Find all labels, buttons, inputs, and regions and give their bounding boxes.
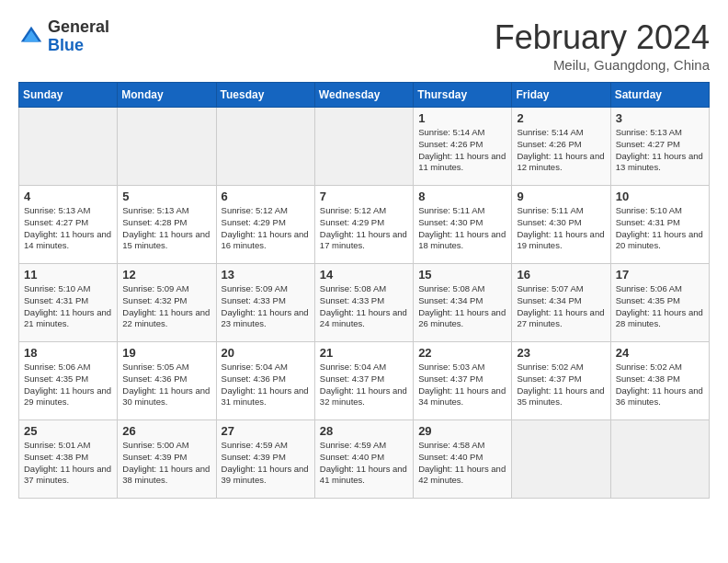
day-cell: 22Sunrise: 5:03 AM Sunset: 4:37 PM Dayli… <box>414 342 512 420</box>
day-number: 7 <box>320 190 408 203</box>
day-info: Sunrise: 5:11 AM Sunset: 4:30 PM Dayligh… <box>418 205 506 252</box>
day-number: 19 <box>122 346 210 360</box>
month-title: February 2024 <box>495 18 710 57</box>
day-info: Sunrise: 5:12 AM Sunset: 4:29 PM Dayligh… <box>320 205 408 252</box>
header-cell-friday: Friday <box>512 83 610 108</box>
day-number: 6 <box>222 190 310 203</box>
day-cell: 9Sunrise: 5:11 AM Sunset: 4:30 PM Daylig… <box>512 186 610 264</box>
day-cell <box>512 420 610 499</box>
day-cell: 2Sunrise: 5:14 AM Sunset: 4:26 PM Daylig… <box>512 108 610 186</box>
day-number: 16 <box>517 268 605 282</box>
day-cell: 14Sunrise: 5:08 AM Sunset: 4:33 PM Dayli… <box>314 264 413 342</box>
day-number: 29 <box>418 424 506 438</box>
page-header: General Blue February 2024 Meilu, Guangd… <box>18 18 710 73</box>
day-number: 10 <box>616 190 704 203</box>
day-number: 2 <box>517 111 605 125</box>
day-info: Sunrise: 5:03 AM Sunset: 4:37 PM Dayligh… <box>418 362 506 408</box>
day-cell <box>118 108 216 186</box>
day-info: Sunrise: 5:00 AM Sunset: 4:39 PM Dayligh… <box>122 440 210 487</box>
title-section: February 2024 Meilu, Guangdong, China <box>495 18 710 73</box>
week-row-1: 1Sunrise: 5:14 AM Sunset: 4:26 PM Daylig… <box>19 108 710 186</box>
header-cell-tuesday: Tuesday <box>216 83 314 108</box>
day-cell: 29Sunrise: 4:58 AM Sunset: 4:40 PM Dayli… <box>414 420 512 499</box>
day-cell: 19Sunrise: 5:05 AM Sunset: 4:36 PM Dayli… <box>118 342 216 420</box>
logo: General Blue <box>18 18 109 55</box>
day-info: Sunrise: 5:13 AM Sunset: 4:27 PM Dayligh… <box>24 205 112 252</box>
day-number: 23 <box>517 346 605 360</box>
day-info: Sunrise: 5:12 AM Sunset: 4:29 PM Dayligh… <box>222 205 310 252</box>
day-cell: 16Sunrise: 5:07 AM Sunset: 4:34 PM Dayli… <box>512 264 610 342</box>
day-cell: 18Sunrise: 5:06 AM Sunset: 4:35 PM Dayli… <box>19 342 118 420</box>
day-cell: 3Sunrise: 5:13 AM Sunset: 4:27 PM Daylig… <box>610 108 709 186</box>
day-number: 27 <box>222 424 310 438</box>
day-number: 18 <box>24 346 112 360</box>
header-cell-monday: Monday <box>118 83 216 108</box>
week-row-3: 11Sunrise: 5:10 AM Sunset: 4:31 PM Dayli… <box>19 264 710 342</box>
day-cell: 11Sunrise: 5:10 AM Sunset: 4:31 PM Dayli… <box>19 264 118 342</box>
day-number: 11 <box>24 268 112 282</box>
header-cell-sunday: Sunday <box>19 83 118 108</box>
logo-blue-text: Blue <box>48 37 109 55</box>
day-number: 26 <box>122 424 210 438</box>
day-info: Sunrise: 5:04 AM Sunset: 4:36 PM Dayligh… <box>222 362 310 408</box>
day-cell <box>216 108 314 186</box>
logo-icon <box>18 24 44 50</box>
day-info: Sunrise: 5:13 AM Sunset: 4:27 PM Dayligh… <box>616 127 704 174</box>
header-cell-saturday: Saturday <box>610 83 709 108</box>
day-number: 4 <box>24 190 112 203</box>
day-cell: 23Sunrise: 5:02 AM Sunset: 4:37 PM Dayli… <box>512 342 610 420</box>
header-cell-thursday: Thursday <box>414 83 512 108</box>
day-cell: 24Sunrise: 5:02 AM Sunset: 4:38 PM Dayli… <box>610 342 709 420</box>
day-info: Sunrise: 5:10 AM Sunset: 4:31 PM Dayligh… <box>24 283 112 330</box>
day-info: Sunrise: 4:59 AM Sunset: 4:40 PM Dayligh… <box>320 440 408 487</box>
day-cell: 7Sunrise: 5:12 AM Sunset: 4:29 PM Daylig… <box>314 186 413 264</box>
day-cell <box>610 420 709 499</box>
day-info: Sunrise: 5:02 AM Sunset: 4:37 PM Dayligh… <box>517 362 605 408</box>
day-number: 1 <box>418 111 506 125</box>
calendar-table: SundayMondayTuesdayWednesdayThursdayFrid… <box>18 82 710 499</box>
day-cell: 17Sunrise: 5:06 AM Sunset: 4:35 PM Dayli… <box>610 264 709 342</box>
day-number: 24 <box>616 346 704 360</box>
day-info: Sunrise: 5:11 AM Sunset: 4:30 PM Dayligh… <box>517 205 605 252</box>
week-row-5: 25Sunrise: 5:01 AM Sunset: 4:38 PM Dayli… <box>19 420 710 499</box>
day-info: Sunrise: 5:08 AM Sunset: 4:33 PM Dayligh… <box>320 283 408 330</box>
day-number: 20 <box>222 346 310 360</box>
day-cell: 21Sunrise: 5:04 AM Sunset: 4:37 PM Dayli… <box>314 342 413 420</box>
day-number: 5 <box>122 190 210 203</box>
day-info: Sunrise: 5:01 AM Sunset: 4:38 PM Dayligh… <box>24 440 112 487</box>
day-info: Sunrise: 5:10 AM Sunset: 4:31 PM Dayligh… <box>616 205 704 252</box>
day-cell: 13Sunrise: 5:09 AM Sunset: 4:33 PM Dayli… <box>216 264 314 342</box>
day-info: Sunrise: 5:04 AM Sunset: 4:37 PM Dayligh… <box>320 362 408 408</box>
header-row: SundayMondayTuesdayWednesdayThursdayFrid… <box>19 83 710 108</box>
day-cell <box>19 108 118 186</box>
day-info: Sunrise: 5:05 AM Sunset: 4:36 PM Dayligh… <box>122 362 210 408</box>
day-info: Sunrise: 5:06 AM Sunset: 4:35 PM Dayligh… <box>24 362 112 408</box>
day-cell: 10Sunrise: 5:10 AM Sunset: 4:31 PM Dayli… <box>610 186 709 264</box>
day-cell: 8Sunrise: 5:11 AM Sunset: 4:30 PM Daylig… <box>414 186 512 264</box>
day-info: Sunrise: 5:14 AM Sunset: 4:26 PM Dayligh… <box>517 127 605 174</box>
day-number: 22 <box>418 346 506 360</box>
day-info: Sunrise: 4:59 AM Sunset: 4:39 PM Dayligh… <box>222 440 310 487</box>
day-info: Sunrise: 5:09 AM Sunset: 4:33 PM Dayligh… <box>222 283 310 330</box>
day-cell: 25Sunrise: 5:01 AM Sunset: 4:38 PM Dayli… <box>19 420 118 499</box>
day-cell <box>314 108 413 186</box>
week-row-2: 4Sunrise: 5:13 AM Sunset: 4:27 PM Daylig… <box>19 186 710 264</box>
day-number: 14 <box>320 268 408 282</box>
day-number: 8 <box>418 190 506 203</box>
day-cell: 20Sunrise: 5:04 AM Sunset: 4:36 PM Dayli… <box>216 342 314 420</box>
day-number: 28 <box>320 424 408 438</box>
day-cell: 1Sunrise: 5:14 AM Sunset: 4:26 PM Daylig… <box>414 108 512 186</box>
day-cell: 5Sunrise: 5:13 AM Sunset: 4:28 PM Daylig… <box>118 186 216 264</box>
calendar-header: SundayMondayTuesdayWednesdayThursdayFrid… <box>19 83 710 108</box>
day-cell: 4Sunrise: 5:13 AM Sunset: 4:27 PM Daylig… <box>19 186 118 264</box>
day-cell: 12Sunrise: 5:09 AM Sunset: 4:32 PM Dayli… <box>118 264 216 342</box>
day-cell: 27Sunrise: 4:59 AM Sunset: 4:39 PM Dayli… <box>216 420 314 499</box>
day-number: 15 <box>418 268 506 282</box>
location: Meilu, Guangdong, China <box>495 57 710 73</box>
day-number: 17 <box>616 268 704 282</box>
day-cell: 28Sunrise: 4:59 AM Sunset: 4:40 PM Dayli… <box>314 420 413 499</box>
day-info: Sunrise: 5:06 AM Sunset: 4:35 PM Dayligh… <box>616 283 704 330</box>
day-number: 21 <box>320 346 408 360</box>
day-info: Sunrise: 4:58 AM Sunset: 4:40 PM Dayligh… <box>418 440 506 487</box>
day-cell: 26Sunrise: 5:00 AM Sunset: 4:39 PM Dayli… <box>118 420 216 499</box>
